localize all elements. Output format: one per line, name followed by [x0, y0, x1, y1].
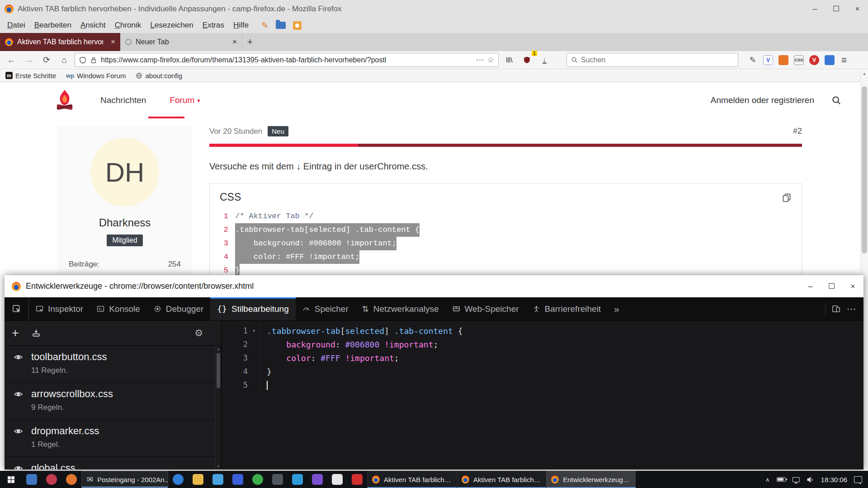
screenshot-icon[interactable]: ✎ — [748, 55, 758, 65]
url-bar[interactable]: ⋯ ☆ — [75, 53, 499, 67]
menu-extras[interactable]: Extras — [198, 19, 229, 32]
scrollbar-thumb[interactable] — [217, 353, 220, 388]
taskbar-app-icon-13[interactable] — [347, 471, 367, 488]
post-time[interactable]: Vor 20 Stunden — [209, 127, 262, 136]
editor-code-line[interactable]: 2 background: #006800 !important; — [222, 338, 863, 351]
bookmark-erste-schritte[interactable]: m Erste Schritte — [5, 72, 56, 80]
back-button[interactable]: ← — [4, 53, 19, 67]
devtools-menu-icon[interactable]: ⋯ — [847, 304, 856, 314]
more-tabs-icon[interactable]: » — [608, 297, 626, 320]
sidebar-scrollbar[interactable]: ▲ ▼ — [215, 346, 221, 469]
taskbar-app-icon-9[interactable] — [268, 471, 288, 488]
taskbar-app-icon-6[interactable] — [208, 471, 228, 488]
stylesheet-item-toolbarbutton[interactable]: toolbarbutton.css 11 Regeln. — [5, 346, 221, 383]
taskbar-mail-button[interactable]: ✉ Posteingang - 2002An... — [81, 471, 168, 488]
editor-code-line[interactable]: 4} — [222, 365, 863, 378]
taskbar-app-icon-10[interactable] — [288, 471, 307, 488]
close-button[interactable]: × — [842, 275, 863, 297]
page-actions-icon[interactable]: ⋯ — [476, 55, 484, 65]
minimize-button[interactable]: – — [804, 0, 826, 18]
site-logo[interactable] — [52, 88, 77, 113]
taskbar-window-devtools[interactable]: Entwicklerwerkzeuge ... — [546, 471, 636, 488]
login-link[interactable]: Anmelden oder registrieren — [711, 95, 814, 105]
scroll-up-icon[interactable]: ▲ — [861, 69, 868, 76]
pen-icon[interactable]: ✎ — [261, 20, 269, 31]
responsive-mode-icon[interactable] — [832, 305, 840, 313]
editor-code-line[interactable]: 1▾.tabbrowser-tab[selected] .tab-content… — [222, 324, 863, 338]
editor-code-line[interactable]: 5 — [222, 378, 863, 392]
menu-ansicht[interactable]: Ansicht — [76, 19, 110, 32]
bookmark-about-config[interactable]: about:config — [136, 72, 182, 80]
tab-speicher[interactable]: Speicher — [296, 297, 355, 320]
ext-blue-icon[interactable] — [825, 55, 835, 65]
minimize-button[interactable]: – — [800, 275, 821, 297]
search-input[interactable] — [581, 56, 734, 64]
folder-icon[interactable] — [276, 22, 286, 29]
nav-forum[interactable]: Forum ▾ — [170, 95, 200, 105]
tab-inspektor[interactable]: Inspektor — [29, 297, 90, 320]
avatar[interactable]: DH — [90, 138, 159, 206]
action-center-icon[interactable] — [854, 476, 862, 483]
css-source-editor[interactable]: 1▾.tabbrowser-tab[selected] .tab-content… — [222, 321, 863, 469]
taskbar-window-firefox-1[interactable]: Aktiven TAB farblich h... — [367, 471, 457, 488]
tab-close-icon[interactable]: × — [232, 38, 237, 47]
qip-icon[interactable] — [293, 21, 302, 30]
tab-netzwerkanalyse[interactable]: ⇅ Netzwerkanalyse — [355, 297, 446, 320]
url-input[interactable] — [101, 56, 472, 64]
eye-icon[interactable] — [14, 352, 23, 382]
gear-icon[interactable]: ⚙ — [194, 328, 214, 338]
network-icon[interactable] — [793, 477, 800, 482]
maximize-button[interactable]: ☐ — [826, 0, 847, 18]
new-tab-button[interactable]: + — [242, 33, 258, 51]
pick-element-icon[interactable] — [5, 297, 29, 320]
taskbar-clock[interactable]: 18:30:06 — [821, 476, 847, 483]
import-stylesheet-icon[interactable] — [32, 328, 41, 338]
tab-close-icon[interactable]: × — [111, 38, 115, 47]
battery-icon[interactable] — [777, 477, 786, 482]
lock-icon[interactable] — [90, 56, 97, 64]
taskbar-app-icon-4[interactable] — [168, 471, 188, 488]
search-bar[interactable] — [566, 53, 738, 67]
new-stylesheet-icon[interactable]: + — [12, 326, 19, 340]
eye-icon[interactable] — [14, 427, 23, 456]
bookmark-star-icon[interactable]: ☆ — [487, 55, 494, 65]
forward-button[interactable]: → — [22, 53, 36, 67]
browser-tab-new[interactable]: Neuer Tab × — [120, 33, 242, 51]
maximize-button[interactable]: ☐ — [821, 275, 842, 297]
scroll-down-icon[interactable]: ▼ — [216, 463, 221, 469]
scrollbar-thumb[interactable] — [862, 86, 867, 253]
copy-icon[interactable] — [782, 192, 792, 202]
taskbar-app-icon-7[interactable] — [228, 471, 248, 488]
taskbar-app-icon-3[interactable] — [61, 471, 81, 488]
menu-lesezeichen[interactable]: Lesezeichen — [146, 19, 198, 32]
close-button[interactable]: × — [847, 0, 868, 18]
ext-orange-icon[interactable] — [778, 55, 788, 65]
taskbar-app-icon-2[interactable] — [42, 471, 61, 488]
eye-icon[interactable] — [14, 389, 23, 419]
author-name[interactable]: Dharkness — [57, 216, 193, 229]
taskbar-app-icon-5[interactable] — [188, 471, 208, 488]
tab-konsole[interactable]: Konsole — [90, 297, 147, 320]
shield-icon[interactable] — [79, 56, 86, 64]
library-icon[interactable] — [502, 53, 516, 67]
tab-stilbearbeitung[interactable]: {} Stilbearbeitung — [210, 297, 295, 320]
download-icon[interactable]: ↓ — [537, 53, 552, 67]
tab-barrierefreiheit[interactable]: Barrierefreiheit — [526, 297, 608, 320]
eye-icon[interactable] — [14, 464, 23, 469]
reload-button[interactable]: ⟳ — [39, 53, 54, 67]
post-number[interactable]: #2 — [793, 127, 802, 136]
taskbar-app-icon-8[interactable] — [248, 471, 268, 488]
ext-css-icon[interactable]: CSS — [794, 55, 804, 65]
site-search-icon[interactable] — [831, 95, 841, 105]
taskbar-app-icon-11[interactable] — [307, 471, 327, 488]
stylesheet-item-arrowscrollbox[interactable]: arrowscrollbox.css 9 Regeln. — [5, 383, 221, 420]
stylesheet-item-global[interactable]: global.css — [5, 457, 221, 469]
ext-red-icon[interactable]: V — [809, 55, 819, 65]
tray-expand-icon[interactable]: ∧ — [765, 476, 770, 483]
volume-icon[interactable] — [807, 476, 814, 483]
menu-datei[interactable]: Datei — [3, 19, 30, 32]
taskbar-window-firefox-2[interactable]: Aktiven TAB farblich h... — [457, 471, 546, 488]
stylesheet-item-dropmarker[interactable]: dropmarker.css 1 Regel. — [5, 420, 221, 457]
ublock-icon[interactable]: 1 — [519, 53, 534, 67]
tab-web-speicher[interactable]: Web-Speicher — [446, 297, 526, 320]
